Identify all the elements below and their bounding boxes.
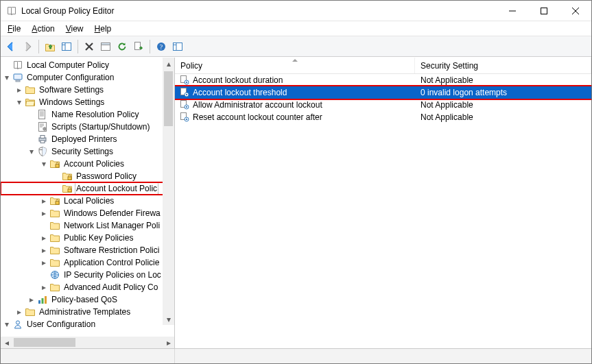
expander-icon[interactable]: ▸ — [39, 282, 49, 292]
statusbar — [1, 348, 591, 363]
scroll-up-icon[interactable]: ▴ — [163, 58, 174, 69]
expander-icon[interactable]: ▸ — [39, 245, 49, 255]
cell-policy-label: Account lockout duration — [193, 75, 283, 85]
close-button[interactable] — [560, 1, 591, 21]
tree-root[interactable]: ▾Local Computer Policy — [1, 59, 174, 71]
help-button[interactable] — [154, 39, 169, 54]
up-button[interactable] — [43, 39, 58, 54]
folder-icon — [49, 282, 60, 293]
folder-open-icon — [25, 97, 36, 108]
column-security-setting[interactable]: Security Setting — [415, 58, 591, 73]
expander-icon[interactable]: ▾ — [14, 97, 24, 107]
cell-security: 0 invalid logon attempts — [415, 88, 591, 97]
expander-icon[interactable]: ▾ — [2, 73, 12, 82]
tree-advanced-audit-policy[interactable]: ▸Advanced Audit Policy Co — [1, 281, 174, 293]
properties-icon — [100, 41, 111, 52]
minimize-button[interactable] — [497, 1, 528, 21]
cell-policy: Account lockout threshold — [175, 87, 415, 98]
tree-deployed-printers[interactable]: ▸Deployed Printers — [1, 133, 174, 145]
menubar: File Action View Help — [1, 21, 591, 36]
window: Local Group Policy Editor File Action Vi… — [0, 0, 592, 364]
tree[interactable]: ▾Local Computer Policy ▾Computer Configu… — [1, 58, 174, 332]
tree-ip-security-policies[interactable]: ▸IP Security Policies on Loc — [1, 269, 174, 281]
scroll-down-icon[interactable]: ▾ — [163, 313, 174, 325]
tree-administrative-templates[interactable]: ▸Administrative Templates — [1, 306, 174, 318]
tree-label: Network List Manager Poli — [62, 219, 161, 232]
tree-label: IP Security Policies on Loc — [62, 269, 163, 281]
expander-icon[interactable]: ▸ — [39, 208, 49, 218]
cell-security-label: Not Applicable — [421, 75, 473, 85]
tree-user-configuration[interactable]: ▾User Configuration — [1, 318, 174, 330]
expander-icon[interactable]: ▾ — [2, 319, 12, 329]
tree-windows-settings[interactable]: ▾Windows Settings — [1, 96, 174, 108]
list-row[interactable]: Reset account lockout counter afterNot A… — [175, 111, 591, 123]
tree-software-restriction-policies[interactable]: ▸Software Restriction Polici — [1, 244, 174, 256]
tree-software-settings[interactable]: ▸Software Settings — [1, 84, 174, 96]
column-label: Policy — [180, 61, 202, 71]
close-icon — [572, 8, 579, 14]
list-row[interactable]: Allow Administrator account lockoutNot A… — [175, 99, 591, 111]
expander-icon[interactable]: ▸ — [14, 307, 24, 317]
tree-application-control-policies[interactable]: ▸Application Control Policie — [1, 256, 174, 269]
list-header: Policy Security Setting — [175, 58, 591, 74]
folder-locked-icon — [62, 183, 73, 194]
show-hide-tree-button[interactable] — [59, 39, 74, 54]
scroll-left-icon[interactable]: ◂ — [1, 338, 12, 348]
tree-label: Local Policies — [62, 195, 115, 207]
policy-item-icon — [179, 75, 190, 86]
refresh-button[interactable] — [115, 39, 130, 54]
scroll-thumb[interactable] — [14, 338, 75, 347]
refresh-icon — [117, 41, 128, 52]
vertical-scrollbar[interactable]: ▴ ▾ — [163, 58, 174, 325]
properties-button[interactable] — [98, 39, 113, 54]
tree-local-policies[interactable]: ▸Local Policies — [1, 195, 174, 207]
tree-policy-based-qos[interactable]: ▸Policy-based QoS — [1, 293, 174, 306]
tree-password-policy[interactable]: ▸Password Policy — [1, 170, 174, 182]
tree-scroll: ▾Local Computer Policy ▾Computer Configu… — [1, 58, 174, 337]
expander-icon[interactable]: ▸ — [27, 295, 36, 304]
tree-account-policies[interactable]: ▾Account Policies — [1, 158, 174, 170]
scroll-thumb[interactable] — [164, 71, 173, 126]
computer-icon — [12, 72, 23, 83]
menu-view[interactable]: View — [62, 23, 88, 35]
delete-button[interactable] — [82, 39, 97, 54]
forward-button[interactable] — [20, 39, 35, 54]
expander-icon[interactable]: ▾ — [39, 159, 49, 169]
scroll-right-icon[interactable]: ▸ — [163, 338, 174, 348]
column-policy[interactable]: Policy — [175, 58, 415, 73]
tree-security-settings[interactable]: ▾Security Settings — [1, 145, 174, 158]
menu-file[interactable]: File — [3, 23, 25, 35]
maximize-button[interactable] — [528, 1, 560, 21]
list-body[interactable]: Account lockout durationNot ApplicableAc… — [175, 74, 591, 348]
expander-icon[interactable]: ▸ — [39, 196, 49, 206]
printer-icon — [37, 134, 48, 145]
tree-label: Account Lockout Polic — [75, 182, 158, 195]
expander-icon[interactable]: ▸ — [14, 85, 24, 95]
export-list-button[interactable] — [131, 39, 146, 54]
window-title: Local Group Policy Editor — [21, 6, 114, 16]
tree-account-lockout-policy[interactable]: ▸Account Lockout Polic — [1, 182, 174, 195]
tree-network-list-manager[interactable]: ▸Network List Manager Poli — [1, 219, 174, 232]
list-pane: Policy Security Setting Account lockout … — [175, 58, 591, 348]
tree-public-key-policies[interactable]: ▸Public Key Policies — [1, 232, 174, 244]
tree-windows-defender-firewall[interactable]: ▸Windows Defender Firewa — [1, 207, 174, 219]
tree-label: Name Resolution Policy — [50, 108, 140, 121]
horizontal-scrollbar[interactable]: ◂ ▸ — [1, 337, 174, 348]
minimize-icon — [509, 8, 516, 14]
expander-icon[interactable]: ▸ — [39, 233, 49, 243]
tree-scripts[interactable]: ▸Scripts (Startup/Shutdown) — [1, 121, 174, 133]
tree-name-resolution-policy[interactable]: ▸Name Resolution Policy — [1, 108, 174, 121]
extended-view-button[interactable] — [170, 39, 185, 54]
shield-icon — [37, 146, 48, 157]
list-row[interactable]: Account lockout threshold0 invalid logon… — [175, 86, 591, 99]
expander-icon[interactable]: ▸ — [39, 258, 49, 267]
list-row[interactable]: Account lockout durationNot Applicable — [175, 74, 591, 86]
app-icon — [6, 5, 17, 16]
menu-help[interactable]: Help — [91, 23, 116, 35]
tree-computer-configuration[interactable]: ▾Computer Configuration — [1, 71, 174, 84]
expander-icon[interactable]: ▾ — [27, 147, 36, 156]
tree-pane: ▾Local Computer Policy ▾Computer Configu… — [1, 58, 175, 348]
globe-icon — [49, 269, 60, 280]
back-button[interactable] — [3, 39, 19, 54]
menu-action[interactable]: Action — [27, 23, 58, 35]
